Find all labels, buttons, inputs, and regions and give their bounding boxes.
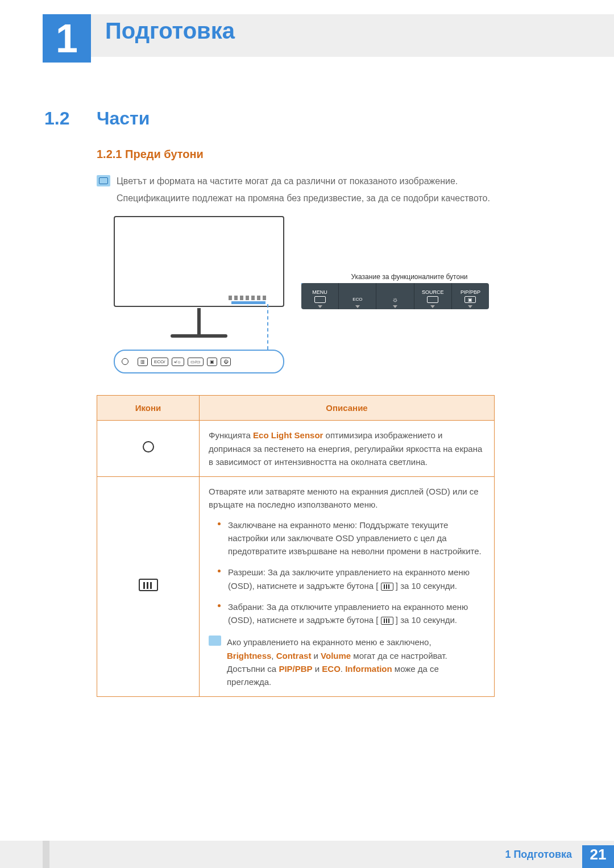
table-row: Отваряте или затваряте менюто на екранни… — [97, 477, 495, 697]
source-icon — [427, 296, 438, 303]
chevron-down-icon — [468, 305, 472, 308]
desc-text: Функцията — [209, 430, 253, 440]
bottom-button: ▥ — [138, 358, 148, 366]
footer-side-accent — [43, 841, 49, 868]
note-text-2: Спецификациите подлежат на промяна без п… — [117, 191, 546, 206]
note-text: Ако управлението на екранното меню е зак… — [227, 637, 432, 647]
chevron-down-icon — [318, 305, 322, 308]
highlight: Contrast — [276, 651, 312, 661]
menu-icon — [314, 296, 326, 303]
eco-label: ECO — [352, 296, 363, 303]
menu-button-icon — [139, 579, 158, 591]
panel-button-menu: MENU — [301, 283, 339, 309]
note-icon — [97, 175, 110, 186]
monitor-outline — [114, 216, 284, 307]
chevron-down-icon — [355, 305, 360, 308]
footer-top-band — [49, 841, 614, 845]
bottom-button: ▭/▭ — [188, 358, 204, 366]
table-header-desc: Описание — [200, 396, 495, 421]
monitor-base — [171, 334, 227, 338]
panel-button-eco: ECO — [339, 283, 376, 309]
highlight: PIP/PBP — [279, 664, 312, 674]
pip-icon: ▣ — [464, 296, 476, 303]
highlight: Volume — [321, 651, 351, 661]
page-footer: 1 Подготовка 21 — [0, 841, 614, 868]
icon-cell — [97, 421, 200, 477]
section-title: Части — [97, 108, 150, 129]
panel-button-label: MENU — [312, 289, 327, 295]
callout-line — [267, 304, 268, 350]
monitor-indicator-strip — [231, 301, 265, 304]
highlight: Eco Light Sensor — [253, 430, 323, 440]
menu-button-icon — [381, 583, 393, 591]
function-button-panel: MENU ECO ☼ SOURCE PIP/PBP ▣ — [301, 283, 489, 309]
monitor-diagram: Указание за функционалните бутони MENU E… — [114, 216, 489, 381]
sensor-circle-icon — [122, 358, 128, 365]
bottom-button-panel: ▥ ECO/ •/☼ ▭/▭ ▣ ⏻ — [114, 350, 284, 373]
bottom-button: •/☼ — [172, 358, 184, 366]
chevron-down-icon — [393, 305, 397, 308]
menu-button-icon — [381, 617, 393, 625]
bottom-button: ECO/ — [151, 358, 168, 366]
panel-button-brightness: ☼ — [376, 283, 414, 309]
inline-note: Ако управлението на екранното меню е зак… — [209, 636, 485, 688]
subsection-heading: 1.2.1 Преди бутони — [97, 148, 204, 161]
monitor-front-buttons — [229, 296, 268, 300]
list-item: Забрани: За да отключите управлението на… — [218, 600, 485, 627]
table-row: Функцията Eco Light Sensor оптимизира из… — [97, 421, 495, 477]
desc-cell: Отваряте или затваряте менюто на екранни… — [200, 477, 495, 697]
eco-sensor-icon — [143, 441, 154, 452]
highlight: ECO — [322, 664, 341, 674]
bottom-button: ⏻ — [221, 358, 231, 366]
desc-cell: Функцията Eco Light Sensor оптимизира из… — [200, 421, 495, 477]
highlight: Brightness — [227, 651, 271, 661]
table-header-icons: Икони — [97, 396, 200, 421]
chapter-title: Подготовка — [105, 18, 235, 44]
panel-button-label: PIP/PBP — [460, 289, 480, 295]
panel-button-label: SOURCE — [422, 289, 444, 295]
chapter-number-box: 1 — [43, 14, 91, 63]
desc-intro: Отваряте или затваряте менюто на екранни… — [209, 485, 485, 512]
highlight: Information — [345, 664, 392, 674]
brightness-icon: ☼ — [389, 296, 401, 303]
panel-button-source: SOURCE — [414, 283, 452, 309]
list-item: Разреши: За да заключите управлението на… — [218, 566, 485, 592]
note-icon — [209, 636, 221, 646]
bottom-button: ▣ — [207, 358, 217, 366]
inline-note-text: Ако управлението на екранното меню е зак… — [227, 636, 485, 688]
chapter-number: 1 — [56, 16, 78, 61]
panel-guide-label: Указание за функционалните бутони — [330, 273, 489, 281]
chevron-down-icon — [430, 305, 435, 308]
list-item: Заключване на екранното меню: Поддържате… — [218, 518, 485, 558]
note-text-1: Цветът и формата на частите могат да са … — [117, 174, 546, 189]
icon-cell — [97, 477, 200, 697]
buttons-description-table: Икони Описание Функцията Eco Light Senso… — [97, 395, 495, 697]
panel-button-pippbp: PIP/PBP ▣ — [452, 283, 489, 309]
section-number: 1.2 — [44, 108, 69, 129]
